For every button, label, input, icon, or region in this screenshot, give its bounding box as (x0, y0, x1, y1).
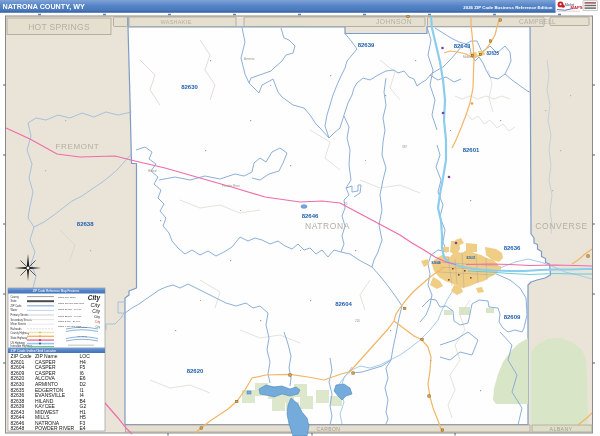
svg-text:CONVERSE: CONVERSE (535, 221, 588, 231)
svg-text:State: State (11, 299, 18, 303)
svg-text:Minor Streets: Minor Streets (11, 322, 27, 326)
svg-text:82646: 82646 (302, 213, 319, 219)
svg-text:City: City (95, 320, 101, 324)
svg-text:City: City (92, 309, 100, 314)
svg-text:82636: 82636 (504, 245, 521, 251)
svg-text:387: 387 (402, 145, 407, 149)
svg-text:ALBANY: ALBANY (550, 426, 573, 432)
svg-text:City: City (91, 302, 102, 308)
svg-text:NATRONA: NATRONA (305, 221, 350, 231)
svg-text:Hiland: Hiland (148, 169, 157, 173)
svg-text:20: 20 (344, 202, 348, 206)
svg-text:CAMPBELL: CAMPBELL (519, 18, 556, 25)
svg-text:NATRONA COUNTY, WY: NATRONA COUNTY, WY (3, 2, 85, 11)
svg-text:ZIP Code: ZIP Code (11, 304, 22, 308)
svg-text:82620: 82620 (187, 368, 204, 374)
svg-text:Hwy Name: Hwy Name (77, 335, 88, 337)
svg-text:City: City (96, 325, 101, 329)
svg-text:Arminto: Arminto (244, 57, 255, 61)
svg-text:JOHNSON: JOHNSON (376, 18, 412, 25)
svg-text:82644: 82644 (432, 261, 441, 265)
svg-text:WASHAKIE: WASHAKIE (160, 19, 191, 25)
svg-text:82638: 82638 (77, 221, 94, 227)
svg-text:CARBON: CARBON (317, 426, 341, 432)
svg-text:Railroads: Railroads (11, 327, 23, 331)
svg-text:MAPS: MAPS (571, 5, 583, 10)
svg-text:2026 ZIP Code Business Referen: 2026 ZIP Code Business Reference Edition (463, 5, 553, 10)
svg-text:82609: 82609 (504, 314, 521, 320)
svg-text:Cities 100,000 and More: Cities 100,000 and More (58, 302, 85, 305)
svg-text:FREMONT: FREMONT (56, 142, 100, 151)
svg-text:82635: 82635 (486, 51, 499, 56)
svg-text:82643: 82643 (454, 43, 471, 49)
svg-text:Water: Water (11, 308, 18, 312)
svg-text:Cities 5,000 - 24,999: Cities 5,000 - 24,999 (58, 320, 81, 323)
svg-text:Cities 25,000 - 49,999: Cities 25,000 - 49,999 (58, 315, 82, 318)
svg-text:Cities over Town: Cities over Town (58, 296, 76, 299)
svg-text:US Highway: US Highway (11, 341, 26, 345)
svg-text:82601: 82601 (463, 147, 480, 153)
svg-text:82648: 82648 (11, 425, 25, 431)
svg-text:82639: 82639 (358, 42, 375, 48)
svg-text:E4: E4 (80, 425, 86, 431)
svg-text:Powder River: Powder River (222, 184, 240, 188)
svg-text:State Highway: State Highway (11, 336, 28, 340)
svg-text:City: City (94, 315, 100, 319)
svg-text:82604: 82604 (335, 301, 352, 307)
svg-text:82601: 82601 (467, 256, 476, 260)
svg-text:Primary Streets: Primary Streets (11, 313, 30, 317)
svg-text:220: 220 (355, 319, 360, 323)
svg-text:ZIP Code Reference Map Feature: ZIP Code Reference Map Features (33, 289, 80, 293)
svg-text:82630: 82630 (181, 84, 198, 90)
svg-text:Hwy Name: Hwy Name (77, 326, 88, 328)
svg-text:POWDER RIVER: POWDER RIVER (35, 425, 75, 431)
svg-text:HOT SPRINGS: HOT SPRINGS (28, 22, 90, 32)
svg-text:Cities 50,000 - 99,999: Cities 50,000 - 99,999 (58, 308, 82, 311)
svg-text:County: County (11, 295, 20, 299)
svg-text:Midwest: Midwest (463, 55, 474, 59)
